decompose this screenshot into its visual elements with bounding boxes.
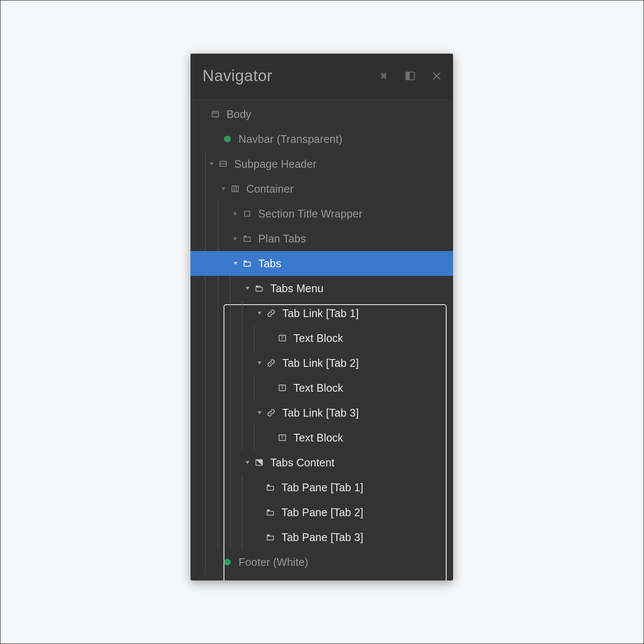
svg-rect-25 — [267, 484, 270, 486]
tree-item-label: Navbar (Transparent) — [239, 134, 342, 145]
tree-item-subpage-header[interactable]: Subpage Header — [190, 151, 453, 176]
tabs-menu-icon — [254, 283, 264, 293]
panel-title: Navigator — [203, 67, 378, 85]
tree-item-navbar[interactable]: ▸ Navbar (Transparent) — [190, 127, 453, 151]
svg-text:T: T — [281, 386, 284, 390]
tree-item-label: Tab Link [Tab 2] — [282, 358, 359, 369]
component-icon — [222, 134, 233, 144]
text-block-icon: T — [277, 383, 287, 393]
component-icon — [222, 557, 233, 567]
tree-item-body[interactable]: ▸ Body — [190, 102, 453, 127]
tree-item-label: Container — [246, 184, 293, 194]
expand-arrow-icon[interactable] — [232, 236, 239, 241]
svg-rect-16 — [258, 285, 260, 287]
link-icon — [266, 308, 276, 318]
tree-item-text-block-1[interactable]: T Text Block — [190, 326, 453, 351]
tree-item-tab-pane-1[interactable]: Tab Pane [Tab 1] — [190, 475, 453, 500]
tree-item-label: Tab Link [Tab 3] — [282, 408, 359, 418]
tree-item-label: Plan Tabs — [258, 233, 306, 244]
tree-item-label: Body — [227, 109, 251, 120]
svg-rect-13 — [244, 260, 247, 262]
tabs-content-icon — [254, 457, 264, 468]
tree: ▸ Body ▸ Navbar (Transparent) Subpage He… — [190, 98, 453, 574]
svg-rect-29 — [267, 534, 270, 536]
svg-text:T: T — [281, 435, 284, 440]
header-icons — [378, 70, 443, 82]
text-block-icon: T — [277, 333, 287, 343]
tabs-icon — [242, 233, 252, 244]
tree-item-tab-link-2[interactable]: Tab Link [Tab 2] — [190, 351, 453, 375]
expand-arrow-icon[interactable] — [244, 286, 251, 291]
tree-item-label: Subpage Header — [234, 159, 317, 169]
link-icon — [266, 408, 276, 418]
svg-rect-9 — [245, 211, 250, 216]
expand-arrow-icon[interactable] — [220, 186, 227, 191]
tree-item-label: Tab Pane [Tab 3] — [281, 532, 363, 543]
svg-rect-14 — [256, 287, 263, 291]
panel-layout-icon[interactable] — [404, 70, 416, 82]
expand-arrow-icon[interactable] — [256, 410, 263, 415]
tree-item-label: Text Block — [293, 432, 343, 443]
svg-rect-11 — [244, 236, 247, 237]
expand-arrow-icon[interactable] — [256, 311, 263, 316]
tabs-icon — [242, 258, 252, 269]
svg-rect-15 — [256, 285, 258, 287]
tree-item-label: Section Title Wrapper — [258, 209, 363, 219]
container-icon — [230, 184, 240, 194]
tree-item-tab-link-3[interactable]: Tab Link [Tab 3] — [190, 400, 453, 425]
tree-item-label: Tab Link [Tab 1] — [282, 308, 359, 319]
tree-item-footer[interactable]: ▸ Footer (White) — [190, 550, 453, 574]
tree-item-tab-link-1[interactable]: Tab Link [Tab 1] — [190, 301, 453, 326]
tree-item-label: Tab Pane [Tab 1] — [281, 482, 363, 493]
close-icon[interactable] — [431, 70, 443, 82]
tree-item-plan-tabs[interactable]: Plan Tabs — [190, 226, 453, 251]
tab-pane-icon — [265, 532, 275, 542]
panel-header: Navigator — [190, 54, 453, 98]
expand-arrow-icon[interactable] — [232, 261, 239, 266]
tree-item-tab-pane-2[interactable]: Tab Pane [Tab 2] — [190, 500, 453, 525]
svg-rect-28 — [267, 536, 274, 540]
link-icon — [266, 358, 276, 368]
tree-item-tabs-content[interactable]: Tabs Content — [190, 450, 453, 475]
expand-arrow-icon[interactable] — [256, 360, 263, 366]
tree-item-tab-pane-3[interactable]: Tab Pane [Tab 3] — [190, 525, 453, 550]
svg-rect-10 — [244, 237, 251, 242]
tree-item-label: Tabs — [258, 258, 281, 269]
expand-arrow-icon[interactable] — [232, 211, 239, 216]
text-block-icon: T — [277, 432, 287, 443]
tree-item-label: Footer (White) — [239, 557, 308, 568]
expand-arrow-icon[interactable] — [208, 161, 215, 166]
svg-rect-1 — [406, 73, 410, 79]
svg-rect-2 — [212, 111, 219, 117]
tree-item-label: Text Block — [293, 333, 343, 344]
svg-rect-6 — [232, 186, 239, 191]
body-icon — [210, 109, 221, 119]
navigator-panel: Navigator ▸ Body — [190, 54, 453, 581]
tree-item-tabs[interactable]: Tabs — [190, 251, 453, 276]
tab-pane-icon — [265, 482, 275, 493]
tree-item-label: Tabs Menu — [270, 283, 324, 294]
svg-rect-12 — [244, 262, 251, 266]
div-block-icon — [242, 209, 252, 219]
tree-item-tabs-menu[interactable]: Tabs Menu — [190, 276, 453, 301]
tree-item-container[interactable]: Container — [190, 176, 453, 201]
section-icon — [218, 159, 228, 169]
svg-rect-27 — [267, 509, 270, 511]
svg-rect-24 — [267, 487, 274, 490]
svg-rect-26 — [267, 511, 274, 515]
svg-text:T: T — [281, 336, 284, 341]
tree-item-label: Text Block — [293, 383, 343, 393]
tree-item-text-block-2[interactable]: T Text Block — [190, 375, 453, 400]
tree-item-label: Tabs Content — [270, 457, 335, 468]
collapse-all-icon[interactable] — [378, 70, 390, 82]
tree-item-section-title-wrapper[interactable]: Section Title Wrapper — [190, 201, 453, 226]
tree-item-text-block-3[interactable]: T Text Block — [190, 425, 453, 450]
tree-item-label: Tab Pane [Tab 2] — [281, 507, 363, 518]
expand-arrow-icon[interactable] — [244, 460, 251, 465]
tab-pane-icon — [265, 507, 275, 517]
